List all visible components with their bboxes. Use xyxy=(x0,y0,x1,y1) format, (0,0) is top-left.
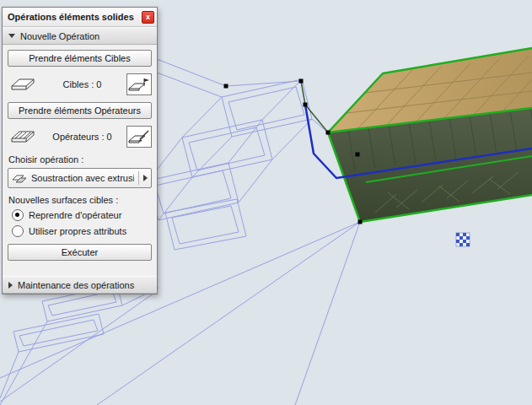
radio-utiliser-label: Utiliser propres attributs xyxy=(29,226,126,236)
palette-titlebar[interactable]: Opérations éléments solides x xyxy=(3,8,157,27)
choisir-operation-label: Choisir opération : xyxy=(8,154,152,165)
pick-cibles-button[interactable] xyxy=(126,73,152,95)
radio-reprendre-operateur[interactable] xyxy=(12,209,24,221)
section-nouvelle-operation-label: Nouvelle Opération xyxy=(20,31,99,41)
palette-title: Opérations éléments solides xyxy=(8,12,142,22)
chevron-right-icon xyxy=(8,282,13,289)
palette-content: Prendre éléments Cibles Cibles : 0 xyxy=(3,45,157,266)
close-button[interactable]: x xyxy=(142,11,154,24)
dropdown-separator xyxy=(138,171,139,185)
radio-row-utiliser[interactable]: Utiliser propres attributs xyxy=(12,225,152,237)
pick-operateurs-button[interactable] xyxy=(126,126,152,148)
operation-dropdown-value: Soustraction avec extrusi... xyxy=(31,173,134,183)
prendre-operateurs-button[interactable]: Prendre éléments Opérateurs xyxy=(8,102,152,119)
chevron-down-icon xyxy=(8,34,15,38)
executer-button[interactable]: Exécuter xyxy=(8,244,152,261)
cibles-slab-icon xyxy=(8,75,38,94)
radio-row-reprendre[interactable]: Reprendre d'opérateur xyxy=(12,209,152,221)
operateurs-count: Opérateurs : 0 xyxy=(38,132,126,142)
solid-operations-palette: Opérations éléments solides x Nouvelle O… xyxy=(2,7,158,294)
application-window: Opérations éléments solides x Nouvelle O… xyxy=(0,0,532,405)
palette-spacer xyxy=(3,266,157,276)
section-nouvelle-operation[interactable]: Nouvelle Opération xyxy=(3,27,157,45)
operateurs-row: Opérateurs : 0 xyxy=(8,126,152,148)
radio-utiliser-attributs[interactable] xyxy=(12,225,24,237)
solid-subtraction-icon xyxy=(12,171,27,185)
cibles-count: Cibles : 0 xyxy=(38,79,126,89)
operateurs-slab-icon xyxy=(8,127,38,146)
chevron-right-icon xyxy=(143,175,148,181)
cibles-row: Cibles : 0 xyxy=(8,73,152,95)
operation-dropdown[interactable]: Soustraction avec extrusi... xyxy=(8,168,152,188)
prendre-cibles-button[interactable]: Prendre éléments Cibles xyxy=(8,50,152,67)
section-maintenance-label: Maintenance des opérations xyxy=(18,280,134,290)
radio-reprendre-label: Reprendre d'opérateur xyxy=(29,210,121,220)
nouvelles-surfaces-label: Nouvelles surfaces cibles : xyxy=(8,195,152,205)
checker-indicator-icon xyxy=(456,233,470,246)
section-maintenance[interactable]: Maintenance des opérations xyxy=(3,276,157,294)
